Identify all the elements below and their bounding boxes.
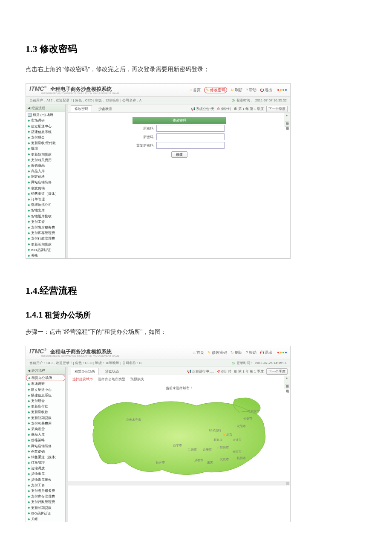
nav-exit[interactable]: ⏻退出 xyxy=(260,87,272,93)
widget-rules[interactable]: 规则广场 xyxy=(285,385,289,389)
city-beijing[interactable]: 北京 xyxy=(226,433,232,436)
city-zhengzhou[interactable]: 郑州市 xyxy=(220,446,229,449)
sidebar-item[interactable]: ◆市场调研 xyxy=(26,118,65,123)
old-password-input[interactable] xyxy=(156,125,225,132)
sidebar-item[interactable]: ◆网站店铺装修 xyxy=(26,443,65,449)
widget-rules[interactable]: 规则广场 xyxy=(285,123,289,127)
sidebar-item[interactable]: ◆支付行政管理费 xyxy=(26,499,65,505)
city-lanzhou[interactable]: 兰州市 xyxy=(188,448,197,451)
city-xian[interactable]: 西安市 xyxy=(203,448,212,451)
sidebar-item[interactable]: ◆支付相关费用 xyxy=(26,421,65,426)
sidebar-item[interactable]: ◆采购商品 xyxy=(26,163,65,168)
sidebar-item[interactable]: ◆销售渠道（媒体） xyxy=(26,454,65,460)
sidebar-item[interactable]: ◆支付工资 xyxy=(26,483,65,488)
repeat-password-input[interactable] xyxy=(156,142,225,149)
sidebar-item[interactable]: ◆搭建信息系统 xyxy=(26,129,65,135)
widget-study[interactable]: 学习资料 xyxy=(285,381,289,384)
nav-refresh[interactable]: ↻刷新 xyxy=(231,350,242,356)
collapse-icon[interactable]: ▸ xyxy=(286,114,288,117)
right-side-widget[interactable]: ▸ 学习资料 规则广场 xyxy=(284,376,290,389)
sidebar-item[interactable]: ◆更新短期贷款 xyxy=(26,152,65,157)
sidebar-item[interactable]: ◆搭建信息系统 xyxy=(26,393,65,398)
nav-home[interactable]: ⌂首页 xyxy=(190,87,201,93)
sidebar-item[interactable]: ◆商品入库 xyxy=(26,432,65,437)
city-xining[interactable]: 西宁市 xyxy=(173,444,182,447)
city-chengdu[interactable]: 成都市 xyxy=(194,459,203,462)
city-urumqi[interactable]: 乌鲁木齐市 xyxy=(126,418,141,421)
city-dalian[interactable]: 大连市 xyxy=(233,438,242,441)
right-side-widget[interactable]: ▸ 学习资料 规则广场 xyxy=(284,113,290,127)
city-hohhot[interactable]: 呼和浩特 xyxy=(209,429,221,432)
sidebar-item[interactable]: ◆建立配送中心 xyxy=(26,387,65,393)
nav-home[interactable]: ⌂首页 xyxy=(193,350,204,356)
sidebar-item[interactable]: ◆支付现金 xyxy=(26,135,65,140)
sidebar-item[interactable]: ◆建立配送中心 xyxy=(26,124,65,129)
sidebar-item[interactable]: ◆货物返库接收 xyxy=(26,214,65,219)
city-shijiazhuang[interactable]: 石家庄 xyxy=(213,438,222,442)
sidebar-item[interactable]: ◆创意促销 xyxy=(26,185,65,191)
sidebar-item[interactable]: ◆市场调研 xyxy=(26,381,65,387)
sidebar-item[interactable]: ◆更新应收/应付款 xyxy=(26,140,65,146)
widget-study[interactable]: 学习资料 xyxy=(285,118,289,122)
nav-change-password-highlighted[interactable]: ✎修改密码 xyxy=(204,87,227,93)
sidebar-item[interactable]: ◆更新长期贷款 xyxy=(26,242,65,247)
sidebar-item[interactable]: ◆价格策略 xyxy=(26,437,65,443)
sidebar-item[interactable]: ◆销售渠道（媒体） xyxy=(26,191,65,197)
city-harbin[interactable]: 哈尔滨市 xyxy=(248,410,259,413)
nav-help[interactable]: ?帮助 xyxy=(246,350,257,356)
sidebar-item[interactable]: ◆商品入库 xyxy=(26,168,65,174)
city-changchun[interactable]: 长春市 xyxy=(243,417,252,420)
sidebar-item[interactable]: ◆货物出库 xyxy=(26,471,65,477)
tab-change-password[interactable]: 修改密码 xyxy=(71,105,92,112)
tab-sandbox-status[interactable]: 沙盘状态 xyxy=(95,105,116,112)
nav-change-password[interactable]: ✎修改密码 xyxy=(208,350,227,356)
sidebar-item[interactable]: 租赁办公场所 xyxy=(26,112,65,118)
sidebar-item[interactable]: ◆选择物流公司 xyxy=(26,202,65,208)
sidebar-item[interactable]: ◆ISO品牌认证 xyxy=(26,511,65,516)
city-wuhan[interactable]: 武汉市 xyxy=(220,458,229,461)
city-nanjing[interactable]: 南京市 xyxy=(233,450,242,453)
city-hangzhou[interactable]: 杭州市 xyxy=(236,457,246,460)
subtab-select-city[interactable]: 选择建设城市 xyxy=(72,377,93,382)
tab-rent-office[interactable]: 租赁办公场所 xyxy=(71,368,99,375)
sidebar-item[interactable]: ◆支付售后服务费 xyxy=(26,225,65,230)
sidebar-item[interactable]: ◆支付工资 xyxy=(26,219,65,225)
sidebar-item[interactable]: ◆更新应付款 xyxy=(26,404,65,409)
sidebar-item[interactable]: ◆创意促销 xyxy=(26,449,65,454)
city-lhasa[interactable]: 拉萨市 xyxy=(156,461,165,464)
sidebar-item[interactable]: ◆订单管理 xyxy=(26,460,65,465)
tab-sandbox-status[interactable]: 沙盘状态 xyxy=(101,368,123,375)
sidebar-item[interactable]: ◆支付相关费用 xyxy=(26,157,65,163)
sidebar-item[interactable]: ◆货物出库 xyxy=(26,208,65,213)
sidebar-item[interactable]: ◆ISO品牌认证 xyxy=(26,247,65,253)
subtab-select-office-type[interactable]: 选择办公场所类型 xyxy=(98,377,125,382)
sidebar-item[interactable]: ◆支付现金 xyxy=(26,398,65,404)
sidebar-item[interactable]: ◆更新应收款 xyxy=(26,409,65,415)
sidebar-item[interactable]: ◆租赁办公场所 xyxy=(26,375,65,381)
city-shenyang[interactable]: 沈阳市 xyxy=(237,425,246,428)
nav-help[interactable]: ?帮助 xyxy=(246,87,257,93)
horizontal-scrollbar[interactable] xyxy=(68,481,290,486)
sidebar-item[interactable]: ◆支付行政管理费 xyxy=(26,236,65,241)
subtab-forecast-loss[interactable]: 预报损失 xyxy=(130,377,144,382)
sidebar-item[interactable]: ◆关帐 xyxy=(26,253,65,258)
sidebar-item[interactable]: ◆支付售后服务费 xyxy=(26,488,65,494)
sidebar-item[interactable]: ◆采购发货 xyxy=(26,426,65,432)
nav-refresh[interactable]: ↻刷新 xyxy=(231,87,242,93)
sidebar-header[interactable]: ◀ 经营流程 xyxy=(26,104,65,112)
sidebar-item[interactable]: ◆提现 xyxy=(26,146,65,151)
sidebar-item[interactable]: ◆支付库存管理费 xyxy=(26,230,65,236)
sidebar-item[interactable]: ◆更新长期贷款 xyxy=(26,505,65,511)
next-quarter-button[interactable]: 下一个季度 xyxy=(266,106,288,112)
sidebar-item[interactable]: ◆关帐 xyxy=(26,516,65,522)
china-map[interactable]: 乌鲁木齐市 哈尔滨市 长春市 沈阳市 呼和浩特 北京 石家庄 大连市 西宁市 兰… xyxy=(86,393,273,478)
sidebar-item[interactable]: ◆更新短期贷款 xyxy=(26,415,65,421)
map-shape[interactable] xyxy=(92,398,265,474)
sidebar-item[interactable]: ◆制定价格 xyxy=(26,174,65,179)
sidebar-item[interactable]: ◆支付库存管理费 xyxy=(26,494,65,499)
new-password-input[interactable] xyxy=(156,133,225,140)
sidebar-header[interactable]: ◀ 经营流程 xyxy=(26,367,65,375)
next-quarter-button[interactable]: 下一个季度 xyxy=(266,368,288,375)
sidebar-item[interactable]: ◆订单管理 xyxy=(26,197,65,202)
collapse-icon[interactable]: ▸ xyxy=(286,376,288,380)
